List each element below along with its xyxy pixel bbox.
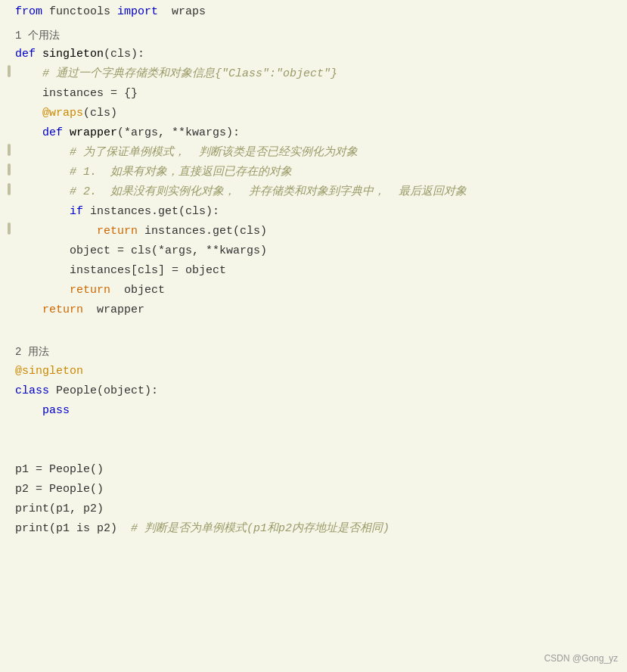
code-line-pass: pass <box>0 402 627 422</box>
text-p2: p2 = People() <box>15 483 104 496</box>
code-line-print-is: print(p1 is p2) # 判断是否为单例模式(p1和p2内存地址是否相… <box>0 520 627 540</box>
code-line-return-wrapper: return wrapper <box>0 301 627 321</box>
line-content-instances: instances = {} <box>15 85 621 103</box>
code-line-def-singleton: def singleton(cls): <box>0 45 627 65</box>
code-line-comment3: # 1. 如果有对象，直接返回已存在的对象 <box>0 163 627 183</box>
text-comment-final: # 判断是否为单例模式(p1和p2内存地址是否相同) <box>131 522 390 535</box>
kw-import: import <box>117 5 158 18</box>
code-line-comment1: # 通过一个字典存储类和对象信息{"Class":"object"} <box>0 65 627 85</box>
line-content-return2: return object <box>15 282 621 300</box>
func-wrapper: wrapper <box>70 126 117 139</box>
line-content-pass: pass <box>15 402 621 420</box>
func-singleton: singleton <box>42 48 104 61</box>
line-content-return-wrapper: return wrapper <box>15 301 621 319</box>
text-return-wrapper-body: wrapper <box>83 303 144 316</box>
line-content-print-is: print(p1 is p2) # 判断是否为单例模式(p1和p2内存地址是否相… <box>15 520 621 538</box>
gutter-comment1 <box>6 65 12 77</box>
line-content-comment4: # 2. 如果没有则实例化对象， 并存储类和对象到字典中， 最后返回对象 <box>15 183 621 201</box>
line-content-1: from functools import wraps <box>15 3 621 21</box>
text-people: People(object): <box>49 384 158 397</box>
line-content-def-wrapper: def wrapper(*args, **kwargs): <box>15 124 621 142</box>
kw-def-1: def <box>15 48 36 61</box>
text-object-assign: object = cls(*args, **kwargs) <box>70 244 267 257</box>
code-line-instances: instances = {} <box>0 85 627 104</box>
text-wraps-paren: (cls) <box>83 107 117 120</box>
section1-label-line: 1 个用法 <box>0 23 627 45</box>
text-instances-assign: instances[cls] = object <box>70 264 226 277</box>
text-p1: p1 = People() <box>15 463 104 476</box>
line-content-singleton-deco: @singleton <box>15 362 621 381</box>
marker-1 <box>8 65 11 77</box>
code-line-object-assign: object = cls(*args, **kwargs) <box>0 242 627 262</box>
line-content-comment3: # 1. 如果有对象，直接返回已存在的对象 <box>15 163 621 182</box>
text-functools: functools <box>42 5 117 18</box>
code-line-p1: p1 = People() <box>0 461 627 481</box>
empty-line-1 <box>0 321 627 341</box>
code-line-return1: return instances.get(cls) <box>0 222 627 242</box>
marker-3 <box>8 163 11 176</box>
marker-2 <box>8 144 11 156</box>
code-line-p2: p2 = People() <box>0 481 627 500</box>
code-line-instances-assign: instances[cls] = object <box>0 262 627 282</box>
kw-return-1: return <box>97 225 138 238</box>
code-line-def-wrapper: def wrapper(*args, **kwargs): <box>0 124 627 144</box>
kw-def-2: def <box>42 126 63 139</box>
line-content-comment1: # 通过一个字典存储类和对象信息{"Class":"object"} <box>15 65 621 83</box>
text-print-is: print(p1 is p2) <box>15 522 131 535</box>
code-line-comment4: # 2. 如果没有则实例化对象， 并存储类和对象到字典中， 最后返回对象 <box>0 183 627 203</box>
kw-class: class <box>15 384 49 397</box>
line-content-instances-assign: instances[cls] = object <box>15 262 621 280</box>
text-wrapper <box>63 126 70 139</box>
empty-line-3 <box>0 441 627 461</box>
code-line-singleton-deco: @singleton <box>0 362 627 382</box>
gutter-comment3 <box>6 163 12 176</box>
empty-line-2 <box>0 422 627 441</box>
text-singleton <box>36 48 42 61</box>
code-line-wraps-deco: @wraps(cls) <box>0 104 627 124</box>
line-content-p2: p2 = People() <box>15 481 621 499</box>
text-wrapper-args: (*args, **kwargs): <box>117 126 240 139</box>
text-return2-body: object <box>110 284 165 297</box>
section2-label: 2 用法 <box>15 344 621 360</box>
marker-5 <box>8 222 11 235</box>
line-content-class-people: class People(object): <box>15 382 621 400</box>
line-content-comment2: # 为了保证单例模式， 判断该类是否已经实例化为对象 <box>15 144 621 162</box>
text-if-body: instances.get(cls): <box>83 205 219 218</box>
kw-from: from <box>15 5 42 18</box>
code-container: from functools import wraps 1 个用法 def si… <box>0 0 627 672</box>
kw-return-2: return <box>70 284 110 297</box>
decorator-wraps: @wraps <box>42 107 83 120</box>
text-instances: instances = {} <box>42 87 138 100</box>
section2-label-line: 2 用法 <box>0 341 627 362</box>
line-content-return1: return instances.get(cls) <box>15 222 621 241</box>
text-cls-paren: (cls): <box>104 48 144 61</box>
line-content-def-singleton: def singleton(cls): <box>15 45 621 64</box>
watermark: CSDN @Gong_yz <box>544 652 618 666</box>
line-content-p1: p1 = People() <box>15 461 621 479</box>
kw-if: if <box>70 205 83 218</box>
section1-label: 1 个用法 <box>15 27 621 44</box>
code-line-class-people: class People(object): <box>0 382 627 402</box>
code-line-1: from functools import wraps <box>0 3 627 23</box>
text-return1-body: instances.get(cls) <box>138 225 267 238</box>
code-line-if: if instances.get(cls): <box>0 203 627 222</box>
gutter-comment2 <box>6 144 12 156</box>
code-line-comment2: # 为了保证单例模式， 判断该类是否已经实例化为对象 <box>0 144 627 163</box>
kw-pass: pass <box>42 404 70 417</box>
decorator-singleton: @singleton <box>15 365 83 378</box>
line-content-wraps-deco: @wraps(cls) <box>15 104 621 123</box>
kw-return-3: return <box>42 303 83 316</box>
text-print-p1p2: print(p1, p2) <box>15 502 104 515</box>
marker-4 <box>8 183 11 195</box>
line-content-object-assign: object = cls(*args, **kwargs) <box>15 242 621 260</box>
line-content-if: if instances.get(cls): <box>15 203 621 221</box>
gutter-return1 <box>6 222 12 235</box>
text-wraps: wraps <box>158 5 206 18</box>
gutter-comment4 <box>6 183 12 195</box>
code-line-return2: return object <box>0 282 627 301</box>
line-content-print-p1p2: print(p1, p2) <box>15 500 621 518</box>
code-line-print-p1p2: print(p1, p2) <box>0 500 627 520</box>
